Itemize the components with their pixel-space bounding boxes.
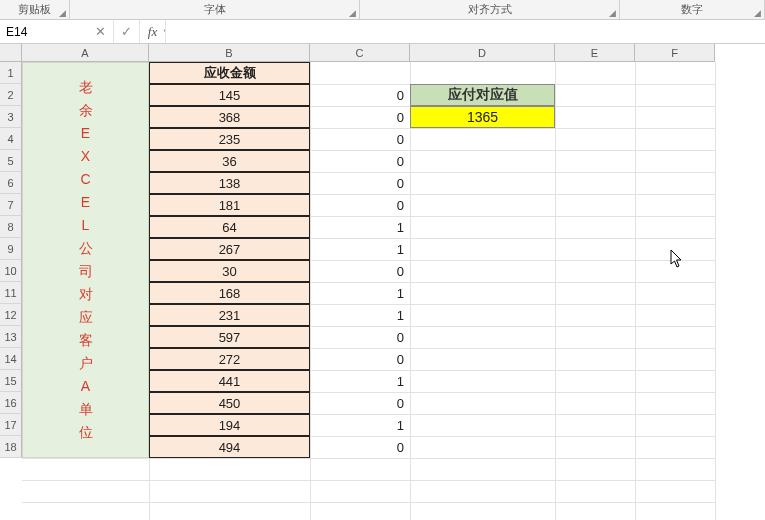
select-all-corner[interactable]	[0, 44, 22, 62]
cell-B4[interactable]: 235	[149, 128, 310, 150]
cell-C5[interactable]: 0	[310, 150, 410, 172]
dialog-launcher-icon[interactable]: ◢	[349, 8, 356, 18]
row-header-3[interactable]: 3	[0, 106, 22, 128]
row-header-17[interactable]: 17	[0, 414, 22, 436]
vertical-text-char: 位	[79, 422, 93, 443]
row-header-14[interactable]: 14	[0, 348, 22, 370]
vertical-text-char: X	[81, 146, 90, 167]
row-header-4[interactable]: 4	[0, 128, 22, 150]
cell-C9[interactable]: 1	[310, 238, 410, 260]
cell-C3[interactable]: 0	[310, 106, 410, 128]
vertical-text-char: 客	[79, 330, 93, 351]
vertical-text-char: 司	[79, 261, 93, 282]
cell-D-header[interactable]: 应付对应值	[410, 84, 555, 106]
row-header-18[interactable]: 18	[0, 436, 22, 458]
ribbon-group-font[interactable]: 字体 ◢	[70, 0, 360, 19]
cell-C17[interactable]: 1	[310, 414, 410, 436]
column-header-D[interactable]: D	[410, 44, 555, 62]
ribbon-group-clipboard[interactable]: 剪贴板 ◢	[0, 0, 70, 19]
row-header-12[interactable]: 12	[0, 304, 22, 326]
cell-B12[interactable]: 231	[149, 304, 310, 326]
row-header-16[interactable]: 16	[0, 392, 22, 414]
vertical-text-char: 公	[79, 238, 93, 259]
cell-C12[interactable]: 1	[310, 304, 410, 326]
cell-B10[interactable]: 30	[149, 260, 310, 282]
cell-B18[interactable]: 494	[149, 436, 310, 458]
cell-D-value[interactable]: 1365	[410, 106, 555, 128]
cell-B17[interactable]: 194	[149, 414, 310, 436]
ribbon-label-alignment: 对齐方式	[468, 2, 512, 17]
column-header-C[interactable]: C	[310, 44, 410, 62]
gridline	[22, 502, 715, 503]
gridline	[22, 458, 715, 459]
row-header-5[interactable]: 5	[0, 150, 22, 172]
cell-C6[interactable]: 0	[310, 172, 410, 194]
cell-C11[interactable]: 1	[310, 282, 410, 304]
cell-C8[interactable]: 1	[310, 216, 410, 238]
cell-A-merged[interactable]: 老余EXCEL公司对应客户A单位	[22, 62, 149, 458]
cell-C7[interactable]: 0	[310, 194, 410, 216]
cell-B16[interactable]: 450	[149, 392, 310, 414]
vertical-text-char: 应	[79, 307, 93, 328]
row-header-7[interactable]: 7	[0, 194, 22, 216]
cell-C2[interactable]: 0	[310, 84, 410, 106]
column-header-A[interactable]: A	[22, 44, 149, 62]
dialog-launcher-icon[interactable]: ◢	[59, 8, 66, 18]
vertical-text-char: 单	[79, 399, 93, 420]
dialog-launcher-icon[interactable]: ◢	[754, 8, 761, 18]
cell-B8[interactable]: 64	[149, 216, 310, 238]
cell-C18[interactable]: 0	[310, 436, 410, 458]
cell-B5[interactable]: 36	[149, 150, 310, 172]
vertical-text-char: E	[81, 123, 90, 144]
row-headers: 123456789101112131415161718	[0, 62, 22, 458]
row-header-2[interactable]: 2	[0, 84, 22, 106]
row-header-11[interactable]: 11	[0, 282, 22, 304]
cell-B14[interactable]: 272	[149, 348, 310, 370]
cell-C15[interactable]: 1	[310, 370, 410, 392]
accept-formula-icon[interactable]: ✓	[114, 20, 140, 43]
vertical-text-char: L	[82, 215, 90, 236]
formula-bar-row: ▼ ✕ ✓ fx	[0, 20, 765, 44]
cell-C14[interactable]: 0	[310, 348, 410, 370]
row-header-9[interactable]: 9	[0, 238, 22, 260]
cell-B-header[interactable]: 应收金额	[149, 62, 310, 84]
column-header-B[interactable]: B	[149, 44, 310, 62]
gridline	[715, 62, 716, 520]
column-headers: ABCDEF	[22, 44, 715, 62]
ribbon-bar: 剪贴板 ◢ 字体 ◢ 对齐方式 ◢ 数字 ◢	[0, 0, 765, 20]
cell-B9[interactable]: 267	[149, 238, 310, 260]
cell-C16[interactable]: 0	[310, 392, 410, 414]
fx-icon[interactable]: fx	[140, 20, 166, 43]
cell-B13[interactable]: 597	[149, 326, 310, 348]
formula-input[interactable]	[166, 20, 765, 43]
vertical-text-char: A	[81, 376, 90, 397]
cell-B15[interactable]: 441	[149, 370, 310, 392]
cell-C13[interactable]: 0	[310, 326, 410, 348]
column-header-E[interactable]: E	[555, 44, 635, 62]
dialog-launcher-icon[interactable]: ◢	[609, 8, 616, 18]
cell-B6[interactable]: 138	[149, 172, 310, 194]
cell-B3[interactable]: 368	[149, 106, 310, 128]
mouse-cursor-icon	[670, 250, 684, 268]
cell-B7[interactable]: 181	[149, 194, 310, 216]
gridline	[635, 62, 636, 520]
cell-B11[interactable]: 168	[149, 282, 310, 304]
row-header-10[interactable]: 10	[0, 260, 22, 282]
vertical-text-char: 对	[79, 284, 93, 305]
cell-B2[interactable]: 145	[149, 84, 310, 106]
row-header-15[interactable]: 15	[0, 370, 22, 392]
cancel-formula-icon[interactable]: ✕	[88, 20, 114, 43]
name-box: ▼	[0, 20, 88, 43]
row-header-6[interactable]: 6	[0, 172, 22, 194]
cell-C10[interactable]: 0	[310, 260, 410, 282]
column-header-F[interactable]: F	[635, 44, 715, 62]
cell-C4[interactable]: 0	[310, 128, 410, 150]
row-header-8[interactable]: 8	[0, 216, 22, 238]
ribbon-group-alignment[interactable]: 对齐方式 ◢	[360, 0, 620, 19]
row-header-1[interactable]: 1	[0, 62, 22, 84]
row-header-13[interactable]: 13	[0, 326, 22, 348]
ribbon-group-number[interactable]: 数字 ◢	[620, 0, 765, 19]
ribbon-label-clipboard: 剪贴板	[18, 2, 51, 17]
gridline	[555, 62, 556, 520]
vertical-text-char: C	[80, 169, 90, 190]
